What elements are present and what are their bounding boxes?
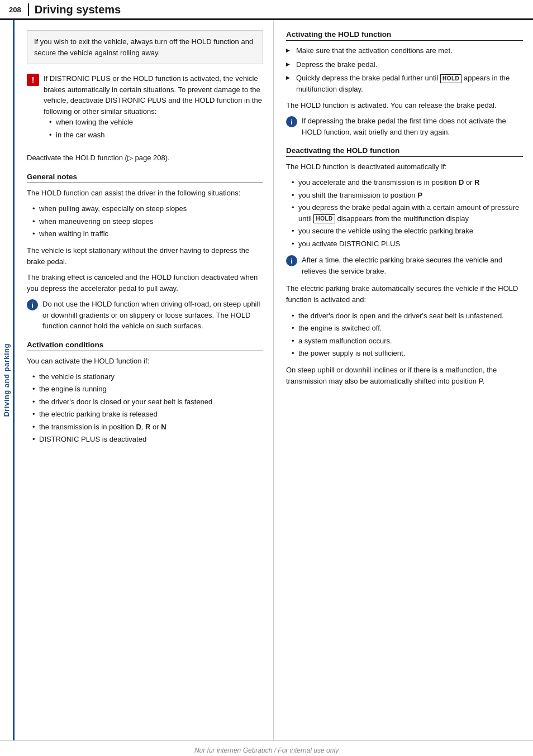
activating-info-notice: i If depressing the brake pedal the firs… [286, 116, 523, 137]
activating-heading: Activating the HOLD function [286, 30, 523, 41]
list-item: the transmission is in position D, R or … [31, 422, 263, 433]
general-notes-heading: General notes [27, 173, 263, 183]
sidebar-label: Driving and parking [2, 343, 11, 417]
list-item: when waiting in traffic [31, 228, 263, 240]
page-title: Driving systems [28, 3, 121, 16]
closing-para: On steep uphill or downhill inclines or … [286, 365, 523, 387]
list-item: you activate DISTRONIC PLUS [291, 238, 523, 250]
deactivating-info-text: After a time, the electric parking brake… [302, 255, 523, 276]
list-item: you accelerate and the transmission is i… [291, 177, 523, 188]
info-icon: i [27, 299, 38, 310]
general-notes-info-notice: i Do not use the HOLD function when driv… [27, 299, 263, 332]
auto-secure-list: the driver's door is open and the driver… [286, 310, 523, 359]
list-item: the engine is running [31, 384, 263, 395]
list-item: the engine is switched off. [291, 323, 523, 334]
right-column: Activating the HOLD function Make sure t… [274, 20, 533, 740]
list-item: the driver's door is closed or your seat… [31, 396, 263, 408]
list-item: in the car wash [48, 130, 263, 141]
activating-para1: The HOLD function is activated. You can … [286, 100, 523, 111]
info-icon: i [286, 116, 297, 127]
activation-conditions-intro: You can activate the HOLD function if: [27, 356, 263, 367]
sidebar: Driving and parking [0, 20, 15, 740]
list-item: the electric parking brake is released [31, 409, 263, 420]
list-item: the vehicle is stationary [31, 371, 263, 382]
footer-text: Nur für internen Gebrauch / For internal… [194, 747, 339, 754]
list-item: when maneuvering on steep slopes [31, 216, 263, 227]
exclamation-notice-content: If DISTRONIC PLUS or the HOLD function i… [44, 73, 263, 146]
page-footer: Nur für internen Gebrauch / For internal… [0, 740, 533, 756]
exclamation-notice-text: If DISTRONIC PLUS or the HOLD function i… [44, 74, 262, 116]
exclamation-notice: ! If DISTRONIC PLUS or the HOLD function… [27, 73, 263, 146]
list-item: the driver's door is open and the driver… [291, 310, 523, 322]
activation-conditions-heading: Activation conditions [27, 341, 263, 351]
exclamation-notice-list: when towing the vehicle in the car wash [44, 117, 263, 140]
warning-box: If you wish to exit the vehicle, always … [27, 30, 263, 64]
general-notes-para1: The vehicle is kept stationary without t… [27, 245, 263, 267]
left-column: If you wish to exit the vehicle, always … [15, 20, 274, 740]
activation-conditions-list: the vehicle is stationary the engine is … [27, 371, 263, 445]
list-item: you secure the vehicle using the electri… [291, 226, 523, 237]
deactivating-intro: The HOLD function is deactivated automat… [286, 161, 523, 173]
content-layout: Driving and parking If you wish to exit … [0, 20, 533, 740]
page-number: 208 [0, 6, 28, 14]
deactivating-heading: Deactivating the HOLD function [286, 146, 523, 157]
deactivate-ref: Deactivate the HOLD function (▷ page 208… [27, 152, 263, 164]
list-item: the power supply is not sufficient. [291, 348, 523, 359]
list-item: you shift the transmission to position P [291, 190, 523, 201]
general-notes-info-text: Do not use the HOLD function when drivin… [42, 299, 263, 332]
list-item: when towing the vehicle [48, 117, 263, 128]
list-item: when pulling away, especially on steep s… [31, 203, 263, 214]
hold-badge: HOLD [313, 214, 335, 223]
deactivating-info-notice: i After a time, the electric parking bra… [286, 255, 523, 276]
hold-badge: HOLD [440, 74, 461, 83]
activating-steps: Make sure that the activation conditions… [286, 45, 523, 94]
list-item: you depress the brake pedal again with a… [291, 202, 523, 224]
list-item: Make sure that the activation conditions… [286, 45, 523, 56]
auto-secure-intro: The electric parking brake automatically… [286, 283, 523, 305]
warning-text: If you wish to exit the vehicle, always … [34, 37, 253, 57]
general-notes-list: when pulling away, especially on steep s… [27, 203, 263, 240]
exclamation-icon: ! [27, 74, 39, 86]
list-item: Depress the brake pedal. [286, 59, 523, 70]
general-notes-para2: The braking effect is canceled and the H… [27, 272, 263, 294]
list-item: DISTRONIC PLUS is deactivated [31, 434, 263, 445]
list-item: a system malfunction occurs. [291, 336, 523, 347]
main-content: If you wish to exit the vehicle, always … [15, 20, 533, 740]
info-icon: i [286, 255, 297, 266]
general-notes-intro: The HOLD function can assist the driver … [27, 188, 263, 199]
page-header: 208 Driving systems [0, 0, 533, 20]
list-item: Quickly depress the brake pedal further … [286, 73, 523, 94]
activating-info-text: If depressing the brake pedal the first … [302, 116, 523, 137]
deactivating-list: you accelerate and the transmission is i… [286, 177, 523, 249]
